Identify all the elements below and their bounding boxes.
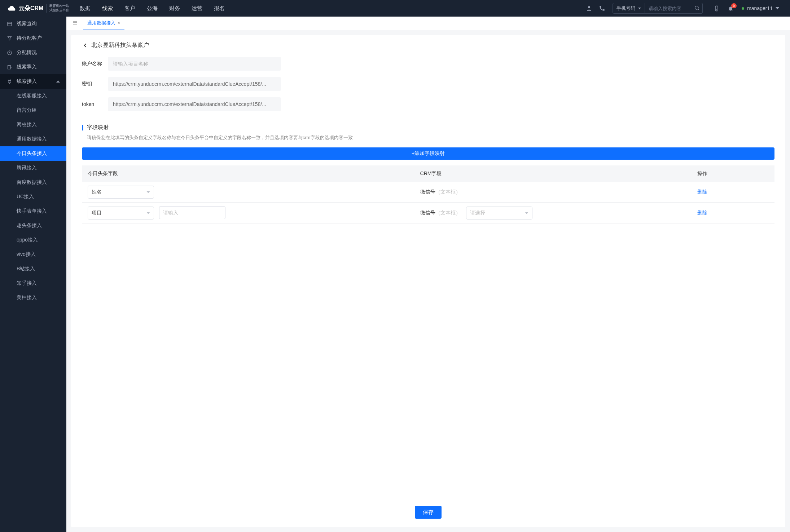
search-type-select[interactable]: 手机号码: [613, 3, 645, 14]
sidebar-sub-item[interactable]: oppo接入: [0, 233, 66, 247]
clock-icon: [6, 50, 12, 56]
sidebar-sub-item[interactable]: vivo接入: [0, 247, 66, 262]
notification-icon[interactable]: 5: [728, 5, 734, 12]
sidebar-sub-item[interactable]: 趣头条接入: [0, 218, 66, 233]
sidebar-item-label: 线索查询: [17, 21, 37, 27]
list-icon: [6, 21, 12, 27]
sidebar-item[interactable]: 线索查询: [0, 17, 66, 31]
section-bar-icon: [82, 125, 83, 130]
mapping-table: 今日头条字段 CRM字段 操作 姓名 微: [82, 165, 774, 223]
crm-field-label: 微信号: [420, 189, 435, 195]
field-sub-input[interactable]: [159, 206, 225, 219]
sidebar-sub-item[interactable]: 快手表单接入: [0, 204, 66, 218]
sidebar-item[interactable]: 线索接入: [0, 74, 66, 89]
cloud-icon: [7, 4, 17, 13]
mobile-icon[interactable]: [714, 5, 720, 12]
crm-field-hint: （文本框）: [435, 210, 461, 216]
top-nav: 数据线索客户公海财务运营报名: [80, 5, 579, 12]
top-nav-item[interactable]: 运营: [192, 5, 202, 12]
crm-select[interactable]: 请选择: [466, 207, 532, 220]
page-content: 北京昱新科技头条账户 账户名称 密钥 token 字段映射 请确保您在此填写的头…: [71, 35, 785, 527]
delete-link[interactable]: 删除: [697, 189, 707, 195]
tab-label: 通用数据接入: [87, 20, 115, 26]
chevron-down-icon: [525, 212, 528, 214]
sidebar-item-label: 线索导入: [17, 64, 37, 70]
col-toutiao-field: 今日头条字段: [82, 165, 414, 182]
close-icon[interactable]: ×: [118, 21, 120, 26]
status-dot-icon: [742, 7, 744, 10]
back-button[interactable]: [82, 42, 88, 49]
sidebar-sub-item[interactable]: B站接入: [0, 262, 66, 276]
top-nav-item[interactable]: 报名: [214, 5, 225, 12]
export-icon: [6, 65, 12, 70]
phone-icon[interactable]: [599, 5, 605, 12]
tab-bar: 通用数据接入×: [66, 17, 790, 30]
sidebar-item-label: 分配情况: [17, 49, 37, 56]
top-nav-item[interactable]: 数据: [80, 5, 91, 12]
token-label: token: [82, 101, 108, 107]
field-select[interactable]: 项目: [88, 207, 154, 220]
table-row: 项目 微信号（文本框） 请选择: [82, 203, 774, 223]
topbar-mid-icons: [586, 5, 605, 12]
sidebar-sub-item[interactable]: 在线客服接入: [0, 89, 66, 103]
topbar-right: 5 manager11: [714, 5, 779, 12]
sidebar: 线索查询待分配客户分配情况线索导入线索接入在线客服接入留言分组网校接入通用数据接…: [0, 17, 66, 532]
sidebar-sub-item[interactable]: 百度数据接入: [0, 175, 66, 190]
col-action: 操作: [692, 165, 774, 182]
filter-icon: [6, 36, 12, 41]
logo-text: 云朵CRM: [19, 5, 43, 12]
add-mapping-button[interactable]: +添加字段映射: [82, 147, 774, 160]
chevron-down-icon: [146, 191, 150, 193]
svg-point-0: [588, 6, 590, 8]
top-header: 云朵CRM 教育机构一站 式服务云平台 数据线索客户公海财务运营报名 手机号码 …: [0, 0, 790, 17]
chevron-down-icon: [146, 212, 150, 214]
mapping-section-title: 字段映射: [87, 124, 109, 131]
top-nav-item[interactable]: 公海: [147, 5, 158, 12]
crm-field-label: 微信号: [420, 210, 435, 216]
delete-link[interactable]: 删除: [697, 210, 707, 216]
sidebar-sub-item[interactable]: 通用数据接入: [0, 132, 66, 146]
account-name-label: 账户名称: [82, 61, 108, 67]
sidebar-sub-item[interactable]: 腾讯接入: [0, 161, 66, 175]
save-button[interactable]: 保存: [415, 506, 442, 519]
sidebar-sub-item[interactable]: UC接入: [0, 190, 66, 204]
sidebar-sub-item[interactable]: 今日头条接入: [0, 146, 66, 161]
sidebar-sub-item[interactable]: 美柚接入: [0, 291, 66, 305]
sidebar-sub-item[interactable]: 网校接入: [0, 118, 66, 132]
sidebar-sub-item[interactable]: 知乎接入: [0, 276, 66, 291]
sidebar-item-label: 待分配客户: [17, 35, 42, 41]
main-area: 通用数据接入× 北京昱新科技头条账户 账户名称 密钥 token 字段映射: [66, 17, 790, 532]
chevron-up-icon: [56, 79, 60, 84]
logo-subtitle: 教育机构一站 式服务云平台: [46, 4, 69, 12]
top-nav-item[interactable]: 线索: [102, 5, 113, 12]
svg-point-3: [716, 10, 717, 10]
search-icon[interactable]: [694, 5, 700, 12]
field-select[interactable]: 姓名: [88, 186, 154, 199]
user-menu[interactable]: manager11: [742, 5, 779, 11]
mapping-hint: 请确保您在此填写的头条自定义字段名称与在今日头条平台中自定义的字段名称一致，并且…: [82, 134, 774, 141]
sidebar-item[interactable]: 线索导入: [0, 60, 66, 74]
account-name-input[interactable]: [108, 57, 281, 71]
tab[interactable]: 通用数据接入×: [83, 17, 124, 30]
svg-point-1: [695, 6, 698, 9]
secret-label: 密钥: [82, 81, 108, 87]
search-area: 手机号码: [613, 3, 703, 14]
sidebar-sub-item[interactable]: 留言分组: [0, 103, 66, 118]
page-title: 北京昱新科技头条账户: [91, 41, 149, 49]
top-nav-item[interactable]: 客户: [124, 5, 135, 12]
secret-input[interactable]: [108, 77, 281, 91]
username: manager11: [747, 5, 773, 11]
col-crm-field: CRM字段: [414, 165, 692, 182]
table-row: 姓名 微信号（文本框） 删除: [82, 182, 774, 203]
crm-field-hint: （文本框）: [435, 189, 461, 195]
sidebar-item[interactable]: 待分配客户: [0, 31, 66, 45]
svg-rect-4: [7, 22, 11, 26]
tab-menu-icon[interactable]: [70, 20, 80, 27]
top-nav-item[interactable]: 财务: [169, 5, 180, 12]
plug-icon: [6, 79, 12, 84]
user-add-icon[interactable]: [586, 5, 592, 12]
logo: 云朵CRM 教育机构一站 式服务云平台: [7, 4, 69, 13]
token-input[interactable]: [108, 97, 281, 111]
sidebar-item[interactable]: 分配情况: [0, 45, 66, 60]
chevron-down-icon: [776, 6, 779, 10]
